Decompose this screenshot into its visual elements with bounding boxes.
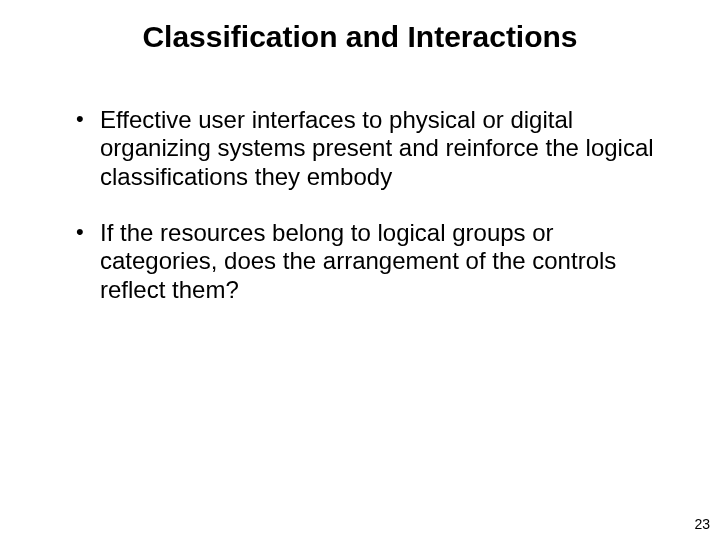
slide-title: Classification and Interactions — [0, 20, 720, 54]
bullet-list: Effective user interfaces to physical or… — [70, 106, 660, 304]
bullet-item: If the resources belong to logical group… — [70, 219, 660, 304]
bullet-item: Effective user interfaces to physical or… — [70, 106, 660, 191]
page-number: 23 — [694, 516, 710, 532]
slide-body: Effective user interfaces to physical or… — [70, 106, 660, 332]
slide: Classification and Interactions Effectiv… — [0, 0, 720, 540]
